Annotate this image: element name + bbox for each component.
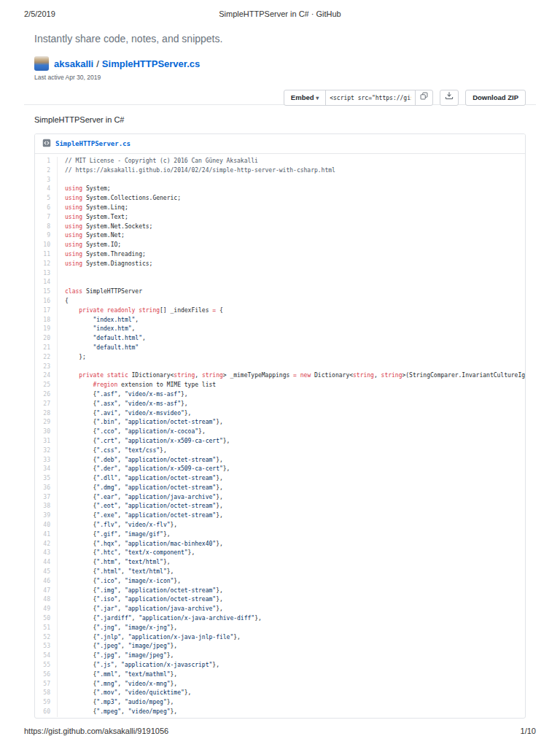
avatar[interactable] — [34, 56, 49, 71]
code-line: 11using System.Threading; — [35, 250, 525, 260]
line-number[interactable]: 32 — [35, 446, 58, 456]
line-number[interactable]: 43 — [35, 549, 58, 558]
line-number[interactable]: 9 — [35, 231, 58, 241]
code-text: {".crt", "application/x-x509-ca-cert"}, — [58, 437, 525, 446]
line-number[interactable]: 23 — [35, 363, 58, 372]
print-footer-page: 1/10 — [521, 727, 536, 735]
code-line: 25 #region extension to MIME type list — [35, 381, 525, 390]
copy-icon — [420, 90, 428, 105]
line-number[interactable]: 52 — [35, 633, 58, 643]
line-number[interactable]: 5 — [35, 194, 58, 204]
line-number[interactable]: 26 — [35, 390, 58, 400]
line-number[interactable]: 53 — [35, 642, 58, 651]
line-number[interactable]: 28 — [35, 409, 58, 419]
line-number[interactable]: 37 — [35, 493, 58, 503]
line-number[interactable]: 57 — [35, 680, 58, 689]
line-number[interactable]: 44 — [35, 558, 58, 568]
line-number[interactable]: 18 — [35, 316, 58, 325]
line-number[interactable]: 20 — [35, 334, 58, 344]
file-name-link[interactable]: SimpleHTTPServer.cs — [55, 140, 131, 147]
line-number[interactable]: 2 — [35, 166, 58, 176]
line-number[interactable]: 48 — [35, 595, 58, 605]
line-number[interactable]: 42 — [35, 540, 58, 549]
code-text: {".cco", "application/x-cocoa"}, — [58, 427, 525, 437]
code-text: {".ear", "application/java-archive"}, — [58, 493, 525, 503]
line-number[interactable]: 40 — [35, 521, 58, 530]
line-number[interactable]: 50 — [35, 614, 58, 624]
line-number[interactable]: 59 — [35, 698, 58, 708]
line-number[interactable]: 16 — [35, 297, 58, 306]
line-number[interactable]: 24 — [35, 371, 58, 381]
line-number[interactable]: 36 — [35, 484, 58, 493]
copy-button[interactable] — [415, 90, 433, 106]
code-line: 21 "default.htm" — [35, 344, 525, 353]
line-number[interactable]: 39 — [35, 511, 58, 521]
code-text — [58, 278, 525, 287]
line-number[interactable]: 35 — [35, 474, 58, 484]
line-number[interactable]: 30 — [35, 427, 58, 437]
code-text: {".mov", "video/quicktime"}, — [58, 689, 525, 698]
line-number[interactable]: 60 — [35, 708, 58, 717]
code-text: "default.htm" — [58, 344, 525, 353]
line-number[interactable]: 55 — [35, 661, 58, 670]
line-number[interactable]: 47 — [35, 587, 58, 596]
line-number[interactable]: 6 — [35, 204, 58, 213]
line-number[interactable]: 8 — [35, 222, 58, 232]
line-number[interactable]: 17 — [35, 306, 58, 316]
line-number[interactable]: 21 — [35, 344, 58, 353]
line-number[interactable]: 3 — [35, 176, 58, 185]
line-number[interactable]: 4 — [35, 185, 58, 194]
line-number[interactable]: 13 — [35, 269, 58, 279]
line-number[interactable]: 51 — [35, 624, 58, 633]
last-active-label: Last active Apr 30, 2019 — [34, 74, 101, 81]
owner-link[interactable]: aksakalli — [54, 58, 93, 69]
embed-button-group: Embed ▾ — [284, 90, 433, 106]
line-number[interactable]: 11 — [35, 250, 58, 260]
line-number[interactable]: 38 — [35, 502, 58, 511]
code-line: 39 {".exe", "application/octet-stream"}, — [35, 511, 525, 521]
line-number[interactable]: 22 — [35, 353, 58, 363]
line-number[interactable]: 41 — [35, 530, 58, 540]
line-number[interactable]: 31 — [35, 437, 58, 446]
line-number[interactable]: 27 — [35, 400, 58, 409]
download-button[interactable] — [440, 90, 459, 106]
code-text: {".asx", "video/x-ms-asf"}, — [58, 400, 525, 409]
code-line: 5using System.Collections.Generic; — [35, 194, 525, 204]
code-text: {".css", "text/css"}, — [58, 446, 525, 456]
line-number[interactable]: 1 — [35, 157, 58, 166]
line-number[interactable]: 25 — [35, 381, 58, 390]
line-number[interactable]: 46 — [35, 577, 58, 587]
line-number[interactable]: 45 — [35, 568, 58, 577]
code-text: {".bin", "application/octet-stream"}, — [58, 418, 525, 427]
embed-script-input[interactable] — [325, 90, 416, 106]
line-number[interactable]: 29 — [35, 418, 58, 427]
code-line: 37 {".ear", "application/java-archive"}, — [35, 493, 525, 503]
line-number[interactable]: 19 — [35, 325, 58, 334]
download-zip-button[interactable]: Download ZIP — [465, 90, 526, 106]
spacer — [459, 90, 465, 106]
line-number[interactable]: 34 — [35, 465, 58, 474]
line-number[interactable]: 15 — [35, 287, 58, 297]
line-number[interactable]: 56 — [35, 670, 58, 680]
line-number[interactable]: 14 — [35, 278, 58, 287]
line-number[interactable]: 49 — [35, 605, 58, 614]
code-text: "default.html", — [58, 334, 525, 344]
line-number[interactable]: 12 — [35, 260, 58, 269]
line-number[interactable]: 58 — [35, 689, 58, 698]
tagline: Instantly share code, notes, and snippet… — [34, 33, 222, 44]
code-line: 38 {".eot", "application/octet-stream"}, — [35, 502, 525, 511]
line-number[interactable]: 33 — [35, 456, 58, 465]
code-line: 27 {".asx", "video/x-ms-asf"}, — [35, 400, 525, 409]
code-text — [58, 176, 525, 185]
embed-dropdown-button[interactable]: Embed ▾ — [284, 90, 326, 106]
line-number[interactable]: 7 — [35, 213, 58, 222]
code-line: 57 {".mng", "video/x-mng"}, — [35, 680, 525, 689]
code-line: 40 {".flv", "video/x-flv"}, — [35, 521, 525, 530]
line-number[interactable]: 10 — [35, 241, 58, 250]
line-number[interactable]: 54 — [35, 651, 58, 661]
code-line: 33 {".deb", "application/octet-stream"}, — [35, 456, 525, 465]
gist-title-link[interactable]: SimpleHTTPServer.cs — [102, 58, 200, 69]
code-text: {".jpg", "image/jpeg"}, — [58, 651, 525, 661]
code-line: 29 {".bin", "application/octet-stream"}, — [35, 418, 525, 427]
gist-file-card: SimpleHTTPServer.cs 1// MIT License - Co… — [34, 133, 526, 719]
